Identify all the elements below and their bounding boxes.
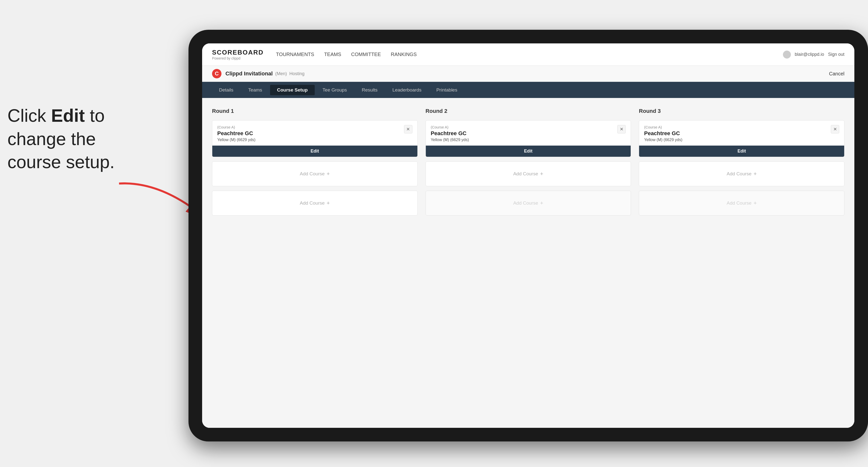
round-2-course-info: (Course A) Peachtree GC Yellow (M) (6629… [431, 125, 618, 142]
tablet-screen: SCOREBOARD Powered by clippd TOURNAMENTS… [202, 43, 855, 428]
round-1-course-tee: Yellow (M) (6629 yds) [217, 138, 404, 142]
round-3-card-actions: ✕ [831, 125, 839, 133]
round-1-column: Round 1 (Course A) Peachtree GC Yellow (… [212, 108, 417, 216]
round-3-add-label-2: Add Course [726, 200, 751, 206]
tournament-gender: (Men) [275, 71, 287, 76]
round-2-add-plus-2: + [540, 200, 544, 206]
logo-powered: Powered by clippd [212, 56, 264, 60]
instruction-text: Click Edit to change the course setup. [7, 104, 142, 174]
round-2-add-label-1: Add Course [513, 171, 538, 177]
logo-area: SCOREBOARD Powered by clippd [212, 49, 264, 60]
round-1-course-card: (Course A) Peachtree GC Yellow (M) (6629… [212, 120, 417, 157]
tab-tee-groups[interactable]: Tee Groups [316, 85, 354, 95]
tournament-status: Hosting [289, 71, 305, 76]
round-2-column: Round 2 (Course A) Peachtree GC Yellow (… [426, 108, 631, 216]
round-3-delete-button[interactable]: ✕ [831, 125, 839, 133]
nav-committee[interactable]: COMMITTEE [351, 50, 381, 59]
round-1-add-plus-2: + [327, 200, 330, 206]
round-1-add-label-2: Add Course [300, 200, 324, 206]
tabs-bar: Details Teams Course Setup Tee Groups Re… [202, 82, 855, 98]
round-2-add-plus-1: + [540, 170, 544, 177]
round-3-add-label-1: Add Course [726, 171, 751, 177]
round-1-add-plus-1: + [327, 170, 330, 177]
tab-course-setup[interactable]: Course Setup [270, 85, 315, 95]
round-3-column: Round 3 (Course A) Peachtree GC Yellow (… [639, 108, 844, 216]
tournament-bar: C Clippd Invitational (Men) Hosting Canc… [202, 66, 855, 82]
round-1-add-course-2[interactable]: Add Course + [212, 191, 417, 216]
round-3-title: Round 3 [639, 108, 844, 114]
round-1-add-course-1[interactable]: Add Course + [212, 161, 417, 186]
tab-printables[interactable]: Printables [429, 85, 464, 95]
round-2-delete-button[interactable]: ✕ [617, 125, 626, 133]
round-2-edit-button[interactable]: Edit [426, 146, 631, 157]
round-1-edit-button[interactable]: Edit [212, 146, 417, 157]
nav-tournaments[interactable]: TOURNAMENTS [276, 50, 314, 59]
main-content: Round 1 (Course A) Peachtree GC Yellow (… [202, 98, 855, 428]
nav-teams[interactable]: TEAMS [324, 50, 341, 59]
tablet-frame: SCOREBOARD Powered by clippd TOURNAMENTS… [188, 30, 868, 441]
rounds-grid: Round 1 (Course A) Peachtree GC Yellow (… [212, 108, 844, 216]
round-1-add-label-1: Add Course [300, 171, 324, 177]
round-3-add-plus-2: + [753, 200, 757, 206]
round-3-add-course-2: Add Course + [639, 191, 844, 216]
round-3-add-course-1[interactable]: Add Course + [639, 161, 844, 186]
top-nav: SCOREBOARD Powered by clippd TOURNAMENTS… [202, 43, 855, 66]
tournament-name: Clippd Invitational [225, 70, 273, 77]
round-3-course-name: Peachtree GC [644, 130, 831, 137]
round-1-course-header: (Course A) Peachtree GC Yellow (M) (6629… [212, 121, 417, 146]
round-3-course-label: (Course A) [644, 125, 831, 129]
round-2-course-tee: Yellow (M) (6629 yds) [431, 138, 618, 142]
round-2-course-card: (Course A) Peachtree GC Yellow (M) (6629… [426, 120, 631, 157]
round-3-add-plus-1: + [753, 170, 757, 177]
round-1-title: Round 1 [212, 108, 417, 114]
tab-leaderboards[interactable]: Leaderboards [385, 85, 428, 95]
round-2-course-header: (Course A) Peachtree GC Yellow (M) (6629… [426, 121, 631, 146]
round-1-course-label: (Course A) [217, 125, 404, 129]
round-3-edit-button[interactable]: Edit [639, 146, 844, 157]
tournament-logo: C [212, 69, 221, 79]
nav-right: blair@clippd.io Sign out [783, 51, 844, 59]
round-3-course-card: (Course A) Peachtree GC Yellow (M) (6629… [639, 120, 844, 157]
nav-rankings[interactable]: RANKINGS [391, 50, 416, 59]
round-1-card-actions: ✕ [404, 125, 412, 133]
user-avatar [783, 51, 791, 59]
user-email: blair@clippd.io [795, 52, 824, 57]
round-3-course-header: (Course A) Peachtree GC Yellow (M) (6629… [639, 121, 844, 146]
round-2-card-actions: ✕ [617, 125, 626, 133]
round-3-course-tee: Yellow (M) (6629 yds) [644, 138, 831, 142]
logo-scoreboard: SCOREBOARD [212, 49, 264, 56]
round-1-course-info: (Course A) Peachtree GC Yellow (M) (6629… [217, 125, 404, 142]
round-1-delete-button[interactable]: ✕ [404, 125, 412, 133]
round-2-add-course-1[interactable]: Add Course + [426, 161, 631, 186]
round-3-course-info: (Course A) Peachtree GC Yellow (M) (6629… [644, 125, 831, 142]
round-2-add-course-2: Add Course + [426, 191, 631, 216]
sign-out-link[interactable]: Sign out [828, 52, 844, 57]
cancel-button[interactable]: Cancel [829, 71, 844, 76]
round-1-course-name: Peachtree GC [217, 130, 404, 137]
round-2-course-name: Peachtree GC [431, 130, 618, 137]
nav-links: TOURNAMENTS TEAMS COMMITTEE RANKINGS [276, 50, 783, 59]
tab-teams[interactable]: Teams [241, 85, 269, 95]
round-2-course-label: (Course A) [431, 125, 618, 129]
round-2-title: Round 2 [426, 108, 631, 114]
tab-results[interactable]: Results [355, 85, 384, 95]
round-2-add-label-2: Add Course [513, 200, 538, 206]
tab-details[interactable]: Details [212, 85, 240, 95]
